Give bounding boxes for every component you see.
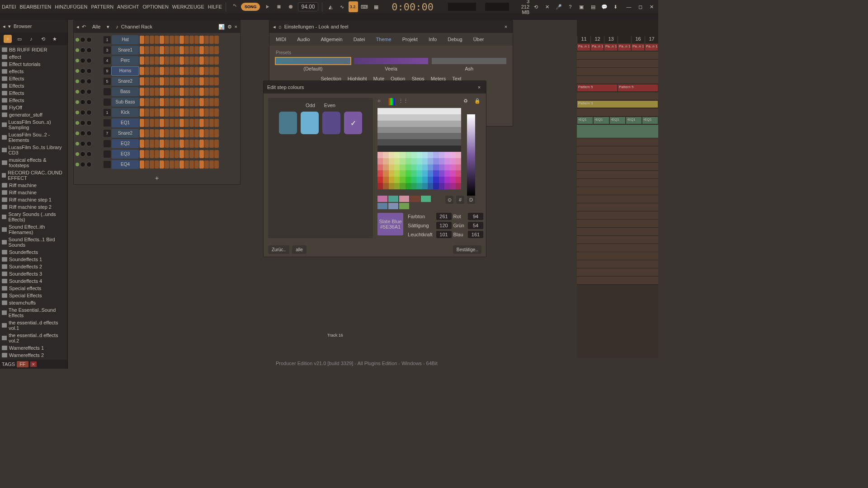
- color-cell[interactable]: [400, 183, 405, 189]
- step[interactable]: [194, 140, 199, 148]
- color-cell[interactable]: [416, 108, 422, 114]
- step[interactable]: [160, 56, 164, 65]
- playlist-track[interactable]: [577, 277, 658, 284]
- color-cell[interactable]: [383, 177, 388, 183]
- recent-color[interactable]: [377, 196, 387, 202]
- color-cell[interactable]: [377, 158, 383, 164]
- tree-item[interactable]: Effects: [0, 89, 67, 97]
- cr-menu-icon[interactable]: ↶: [82, 24, 86, 30]
- eyedropper-icon[interactable]: ⊙: [445, 196, 453, 204]
- step[interactable]: [140, 56, 144, 65]
- step[interactable]: [150, 88, 154, 96]
- step[interactable]: [175, 119, 179, 127]
- tree-item[interactable]: the essential..d effects vol.1: [0, 319, 67, 332]
- step[interactable]: [189, 98, 194, 106]
- channel-name[interactable]: Snare1: [112, 46, 139, 55]
- tree-item[interactable]: Soundeffects: [0, 249, 67, 256]
- step[interactable]: [165, 36, 169, 44]
- step[interactable]: [204, 56, 209, 65]
- step[interactable]: [179, 36, 184, 44]
- color-cell[interactable]: [444, 127, 450, 133]
- browser-add-icon[interactable]: +: [4, 35, 12, 43]
- color-cell[interactable]: [400, 114, 405, 121]
- color-close-icon[interactable]: ×: [476, 84, 482, 90]
- browser-menu-icon[interactable]: ▾: [8, 23, 11, 29]
- step[interactable]: [194, 77, 199, 85]
- step[interactable]: [175, 108, 179, 117]
- color-cell[interactable]: [394, 114, 400, 121]
- color-cell[interactable]: [422, 152, 428, 158]
- channel-led[interactable]: [75, 111, 79, 114]
- cr-back-icon[interactable]: ◂: [76, 24, 79, 30]
- color-cell[interactable]: [383, 164, 388, 171]
- keyboard-icon[interactable]: ⌨: [360, 1, 369, 12]
- preset-ash[interactable]: Ash: [432, 58, 506, 71]
- step[interactable]: [209, 98, 214, 106]
- tree-item[interactable]: Sound Effects..1 Bird Sounds: [0, 236, 67, 249]
- color-cell[interactable]: [411, 145, 416, 152]
- step[interactable]: [184, 36, 189, 44]
- step[interactable]: [150, 98, 154, 106]
- channel-number[interactable]: [104, 150, 111, 158]
- menu-optionen[interactable]: OPTIONEN: [142, 4, 168, 9]
- color-cell[interactable]: [394, 158, 400, 164]
- color-cell[interactable]: [411, 152, 416, 158]
- step[interactable]: [184, 77, 189, 85]
- playlist-clip[interactable]: ›EQ1: [626, 117, 642, 124]
- playlist-clip[interactable]: ›EQ1: [642, 117, 658, 124]
- step[interactable]: [209, 77, 214, 85]
- step[interactable]: [189, 46, 194, 54]
- maximize-button[interactable]: ◻: [636, 1, 645, 12]
- step[interactable]: [204, 108, 209, 117]
- color-cell[interactable]: [428, 121, 433, 127]
- step[interactable]: [150, 140, 154, 148]
- color-cell[interactable]: [444, 121, 450, 127]
- step[interactable]: [209, 88, 214, 96]
- pan-knob[interactable]: [80, 99, 85, 105]
- color-cell[interactable]: [444, 133, 450, 139]
- step[interactable]: [189, 119, 194, 127]
- color-cell[interactable]: [433, 152, 439, 158]
- color-cell[interactable]: [400, 121, 405, 127]
- channel-number[interactable]: 5: [104, 78, 111, 85]
- step[interactable]: [140, 88, 144, 96]
- color-cell[interactable]: [383, 133, 388, 139]
- color-cell[interactable]: [422, 114, 428, 121]
- r-value[interactable]: 94: [468, 213, 483, 220]
- color-cell[interactable]: [394, 177, 400, 183]
- color-cell[interactable]: [444, 170, 450, 177]
- color-cell[interactable]: [394, 121, 400, 127]
- step[interactable]: [175, 150, 179, 158]
- step[interactable]: [165, 160, 169, 169]
- step[interactable]: [209, 56, 214, 65]
- step[interactable]: [184, 160, 189, 169]
- step[interactable]: [165, 119, 169, 127]
- step[interactable]: [170, 67, 174, 75]
- playlist-clip[interactable]: ›EQ1: [577, 117, 593, 124]
- color-cell[interactable]: [389, 152, 394, 158]
- tag-close-icon[interactable]: ×: [30, 361, 37, 367]
- preset-veela[interactable]: Veela: [354, 58, 429, 71]
- add-channel-button[interactable]: +: [74, 172, 240, 184]
- color-cell[interactable]: [411, 133, 416, 139]
- step[interactable]: [199, 150, 204, 158]
- color-cell[interactable]: [406, 183, 411, 189]
- recent-color[interactable]: [399, 203, 409, 209]
- channel-number[interactable]: 1: [104, 36, 111, 43]
- vol-knob[interactable]: [86, 47, 92, 53]
- mic-icon[interactable]: 🎤: [554, 1, 563, 12]
- playlist-track[interactable]: [577, 146, 658, 154]
- tree-item[interactable]: BB RUFF RIDER: [0, 46, 67, 53]
- menu-bearbeiten[interactable]: BEARBEITEN: [20, 4, 52, 9]
- color-cell[interactable]: [428, 133, 433, 139]
- step[interactable]: [194, 129, 199, 137]
- vol-knob[interactable]: [86, 151, 92, 157]
- step[interactable]: [209, 108, 214, 117]
- playlist-track[interactable]: [577, 260, 658, 268]
- color-cell[interactable]: [416, 164, 422, 171]
- bars-icon[interactable]: ▦: [371, 1, 381, 12]
- step[interactable]: [150, 56, 154, 65]
- playlist-clip[interactable]: Pattern 3: [577, 101, 658, 108]
- color-cell[interactable]: [406, 114, 411, 121]
- color-cell[interactable]: [422, 133, 428, 139]
